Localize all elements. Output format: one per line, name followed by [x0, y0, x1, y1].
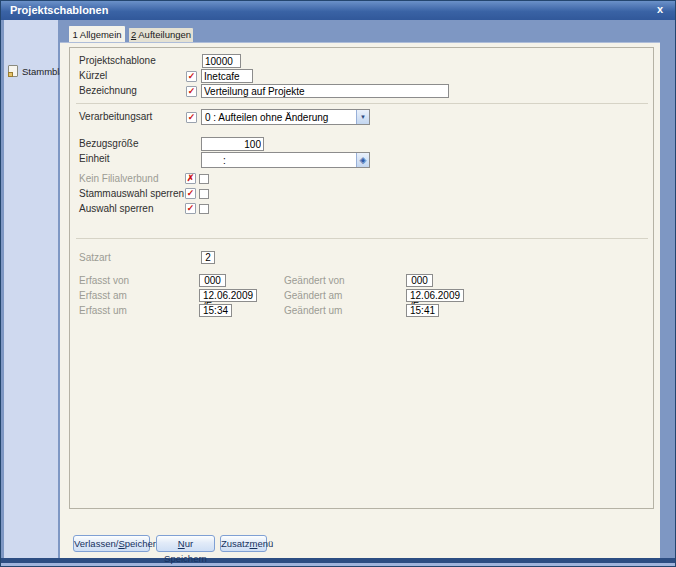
- verarbeitungsart-dropdown-button[interactable]: ▼: [356, 110, 369, 124]
- projektschablone-label: Projektschablone: [79, 54, 156, 68]
- satzart-value: 2: [201, 251, 215, 264]
- geaendert-am-label: Geändert am: [284, 289, 342, 303]
- zusatzmenue-button[interactable]: Zusatzmenü: [220, 535, 267, 552]
- einheit-field[interactable]: : ◈: [201, 152, 370, 168]
- erfasst-um-label: Erfasst um: [79, 304, 127, 318]
- auswahl-sperren-edit-check-icon[interactable]: ✓: [185, 203, 196, 214]
- tab-aufteilungen[interactable]: 2 Aufteilungen: [128, 27, 194, 42]
- einheit-value: :: [223, 155, 226, 166]
- separator: [76, 103, 648, 104]
- separator: [76, 238, 648, 239]
- einheit-label: Einheit: [79, 152, 110, 166]
- window-title: Projektschablonen: [10, 4, 108, 16]
- close-icon[interactable]: x: [653, 3, 667, 15]
- kuerzel-input[interactable]: [201, 69, 253, 83]
- sidebar-item-stammblatt[interactable]: Stammblatt: [7, 64, 57, 79]
- kein-filialverbund-edit-cross-icon[interactable]: ✗: [185, 173, 196, 184]
- erfasst-von-label: Erfasst von: [79, 274, 129, 288]
- erfasst-am-value: 12.06.2009 /Fr: [199, 289, 257, 302]
- chevron-down-icon: ▼: [357, 110, 369, 124]
- bezugsgroesse-label: Bezugsgröße: [79, 137, 138, 151]
- projektschablone-input[interactable]: [202, 54, 241, 68]
- auswahl-sperren-label: Auswahl sperren: [79, 202, 153, 216]
- satzart-label: Satzart: [79, 251, 111, 265]
- bezeichnung-label: Bezeichnung: [79, 84, 137, 98]
- auswahl-sperren-checkbox[interactable]: [199, 204, 209, 214]
- bezeichnung-edit-check-icon[interactable]: ✓: [186, 86, 197, 97]
- kein-filialverbund-label: Kein Filialverbund: [79, 172, 159, 186]
- geaendert-am-value: 12.06.2009 /Fr: [406, 289, 464, 302]
- verarbeitungsart-edit-check-icon[interactable]: ✓: [186, 112, 197, 123]
- stammauswahl-sperren-checkbox[interactable]: [199, 189, 209, 199]
- geaendert-um-label: Geändert um: [284, 304, 342, 318]
- erfasst-von-value: 000: [199, 274, 226, 287]
- bezeichnung-input[interactable]: [201, 84, 449, 98]
- stammblatt-document-icon: [8, 65, 18, 77]
- verlassen-speichern-button[interactable]: Verlassen/Speichern: [73, 535, 150, 552]
- nur-speichern-button[interactable]: Nur Speichern: [156, 535, 215, 552]
- titlebar[interactable]: Projektschablonen x: [1, 1, 675, 20]
- verarbeitungsart-label: Verarbeitungsart: [79, 110, 152, 124]
- kuerzel-edit-check-icon[interactable]: ✓: [186, 71, 197, 82]
- kuerzel-label: Kürzel: [79, 69, 107, 83]
- bezugsgroesse-input[interactable]: [201, 137, 264, 151]
- erfasst-am-label: Erfasst am: [79, 289, 127, 303]
- stammauswahl-sperren-label: Stammauswahl sperren: [79, 187, 184, 201]
- kein-filialverbund-checkbox[interactable]: [199, 174, 209, 184]
- erfasst-um-value: 15:34: [199, 304, 232, 317]
- bottom-frame-highlight: [1, 563, 675, 566]
- verarbeitungsart-value: 0 : Aufteilen ohne Änderung: [205, 112, 328, 123]
- geaendert-von-label: Geändert von: [284, 274, 345, 288]
- stammauswahl-sperren-edit-check-icon[interactable]: ✓: [185, 188, 196, 199]
- projektschablonen-window: Projektschablonen x Stammblatt 1 Allgeme…: [0, 0, 676, 567]
- tab-allgemein[interactable]: 1 Allgemein: [68, 25, 126, 42]
- sidebar: Stammblatt: [4, 20, 58, 558]
- einheit-lookup-button[interactable]: ◈: [356, 153, 369, 167]
- verarbeitungsart-select[interactable]: 0 : Aufteilen ohne Änderung ▼: [201, 109, 370, 125]
- geaendert-von-value: 000: [406, 274, 433, 287]
- geaendert-um-value: 15:41: [406, 304, 439, 317]
- lookup-diamond-icon: ◈: [357, 153, 369, 167]
